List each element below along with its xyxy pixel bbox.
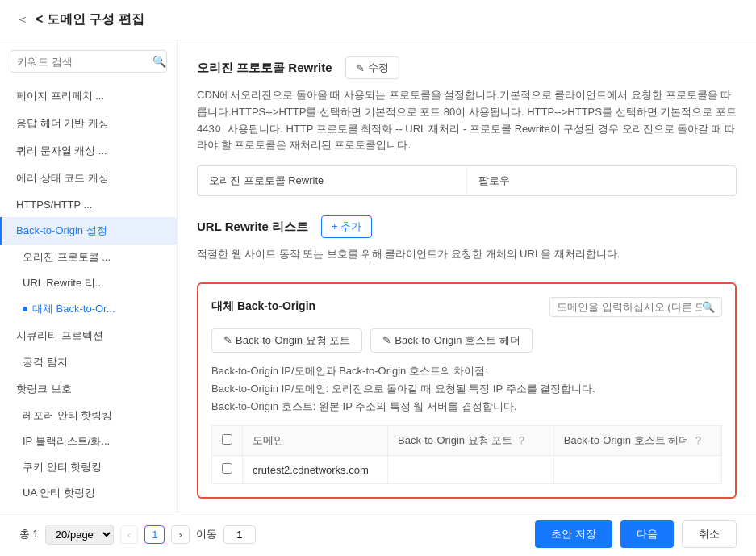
table-header-host-header: Back-to-Origin 호스트 헤더 ? <box>553 426 721 456</box>
sidebar-item-back-to-origin-group[interactable]: Back-to-Origin 설정 <box>0 217 177 245</box>
next-button[interactable]: 다음 <box>620 520 674 548</box>
sidebar-sub-item-ip-blacklist[interactable]: IP 블랙리스트/화... <box>0 428 177 454</box>
alt-domain-search-input[interactable] <box>557 301 702 313</box>
origin-protocol-table-row: 오리진 프로토콜 Rewrite 팔로우 <box>198 166 736 195</box>
request-port-input[interactable] <box>398 464 544 476</box>
sidebar-sub-item-referrer-hotlink[interactable]: 레포러 안티 핫링킹 <box>0 403 177 428</box>
prev-page-button[interactable]: ‹ <box>120 525 138 544</box>
back-to-origin-host-header-button[interactable]: ✎ Back-to-Origin 호스트 헤더 <box>370 328 532 353</box>
alt-description: Back-to-Origin IP/도메인과 Back-to-Origin 호스… <box>211 362 722 416</box>
url-rewrite-section: URL Rewrite 리스트 + 추가 적절한 웹 사이트 동작 또는 보호를… <box>197 215 737 263</box>
cancel-button[interactable]: 취소 <box>682 520 737 548</box>
alt-box-title: 대체 Back-to-Origin <box>211 299 315 314</box>
row-request-port[interactable] <box>388 456 554 484</box>
url-rewrite-header: URL Rewrite 리스트 + 추가 <box>197 215 737 238</box>
sidebar-sub-item-url-rewrite[interactable]: URL Rewrite 리... <box>0 270 177 296</box>
back-button[interactable]: ＜ <box>16 11 29 28</box>
origin-protocol-header: 오리진 프로토콜 Rewrite ✎ 수정 <box>197 56 737 79</box>
url-rewrite-description: 적절한 웹 사이트 동작 또는 보호를 위해 클라이언트가 요청한 개체의 UR… <box>197 246 737 263</box>
active-dot <box>23 307 27 311</box>
footer-actions: 초안 저장 다음 취소 <box>535 520 737 548</box>
table-header-checkbox <box>212 426 243 456</box>
save-draft-button[interactable]: 초안 저장 <box>535 520 612 548</box>
sidebar-sub-item-cookie-hotlink[interactable]: 쿠키 안티 핫링킹 <box>0 454 177 480</box>
origin-protocol-col2: 팔로우 <box>467 166 736 195</box>
sidebar: 🔍 페이지 프리페치 ... 응답 헤더 기반 캐싱 쿼리 문자열 캐싱 ...… <box>0 40 178 512</box>
host-header-help-icon: ? <box>695 434 701 446</box>
alt-search-box[interactable]: 🔍 <box>549 297 722 317</box>
sidebar-sub-item-custom-header[interactable]: 사용자 정의 헤더 <box>0 506 177 512</box>
sidebar-item-page-prefetch[interactable]: 페이지 프리페치 ... <box>0 82 177 110</box>
sidebar-item-security[interactable]: 시큐리티 프로텍션 <box>0 322 177 349</box>
request-port-help-icon: ? <box>519 434 524 446</box>
page-header: ＜ < 도메인 구성 편집 <box>0 0 756 40</box>
sidebar-item-error-code-cache[interactable]: 에러 상태 코드 캐싱 <box>0 165 177 192</box>
host-header-input[interactable] <box>564 464 712 476</box>
current-page-button[interactable]: 1 <box>144 525 165 544</box>
origin-protocol-title: 오리진 프로토콜 Rewrite <box>197 61 332 76</box>
table-header-row: 도메인 Back-to-Origin 요청 포트 ? Back-to-Origi… <box>212 426 722 456</box>
pagination-total: 총 1 <box>19 527 39 541</box>
sidebar-sub-item-attack-detect[interactable]: 공격 탐지 <box>0 349 177 375</box>
sidebar-sub-item-ua-hotlink[interactable]: UA 안티 핫링킹 <box>0 480 177 506</box>
alt-back-to-origin-box: 대체 Back-to-Origin 🔍 ✎ Back-to-Origin 요청 … <box>197 282 737 499</box>
back-to-origin-request-port-button[interactable]: ✎ Back-to-Origin 요청 포트 <box>211 328 362 353</box>
header-icon: ✎ <box>382 334 391 346</box>
sidebar-search-box[interactable]: 🔍 <box>10 50 167 73</box>
main-layout: 🔍 페이지 프리페치 ... 응답 헤더 기반 캐싱 쿼리 문자열 캐싱 ...… <box>0 40 756 512</box>
edit-icon: ✎ <box>356 62 365 74</box>
origin-protocol-col1: 오리진 프로토콜 Rewrite <box>198 166 467 195</box>
table-header-domain: 도메인 <box>243 426 388 456</box>
row-checkbox-cell <box>212 456 243 484</box>
page-jump-input[interactable] <box>223 525 256 544</box>
page-size-select[interactable]: 20/page <box>45 525 114 545</box>
table-row: crutest2.cdnetworks.com <box>212 456 722 484</box>
alt-data-table: 도메인 Back-to-Origin 요청 포트 ? Back-to-Origi… <box>211 425 722 484</box>
port-icon: ✎ <box>223 334 232 346</box>
origin-protocol-edit-button[interactable]: ✎ 수정 <box>345 56 399 79</box>
origin-protocol-description: CDN에서오리진으로 돌아올 때 사용되는 프로토콜을 설정합니다.기본적으로 … <box>197 87 737 154</box>
content-area: 오리진 프로토콜 Rewrite ✎ 수정 CDN에서오리진으로 돌아올 때 사… <box>178 40 756 512</box>
row-domain: crutest2.cdnetworks.com <box>243 456 388 484</box>
origin-protocol-table: 오리진 프로토콜 Rewrite 팔로우 <box>197 165 737 196</box>
alt-btn-row: ✎ Back-to-Origin 요청 포트 ✎ Back-to-Origin … <box>211 328 722 353</box>
goto-label: 이동 <box>196 527 217 541</box>
next-page-button[interactable]: › <box>171 525 189 544</box>
sidebar-search-input[interactable] <box>17 56 152 68</box>
sidebar-sub-item-origin-protocol[interactable]: 오리진 프로토콜 ... <box>0 245 177 270</box>
search-icon: 🔍 <box>152 55 166 68</box>
footer: 총 1 20/page ‹ 1 › 이동 초안 저장 다음 취소 <box>0 512 756 556</box>
url-rewrite-title: URL Rewrite 리스트 <box>197 219 308 235</box>
footer-pagination: 총 1 20/page ‹ 1 › 이동 <box>19 525 256 545</box>
alt-box-header: 대체 Back-to-Origin 🔍 <box>211 297 722 317</box>
sidebar-item-query-cache[interactable]: 쿼리 문자열 캐싱 ... <box>0 137 177 165</box>
table-header-request-port: Back-to-Origin 요청 포트 ? <box>388 426 554 456</box>
sidebar-item-hotlink[interactable]: 핫링크 보호 <box>0 375 177 403</box>
url-rewrite-add-button[interactable]: + 추가 <box>321 215 372 238</box>
page-title: < 도메인 구성 편집 <box>36 11 144 28</box>
sidebar-sub-item-alt-back-to-origin[interactable]: 대체 Back-to-Or... <box>0 296 177 322</box>
origin-protocol-section: 오리진 프로토콜 Rewrite ✎ 수정 CDN에서오리진으로 돌아올 때 사… <box>197 56 737 196</box>
row-checkbox[interactable] <box>222 463 232 474</box>
sidebar-item-response-header-cache[interactable]: 응답 헤더 기반 캐싱 <box>0 110 177 137</box>
sidebar-item-https[interactable]: HTTPS/HTTP ... <box>0 192 177 217</box>
select-all-checkbox[interactable] <box>222 434 232 445</box>
alt-search-icon: 🔍 <box>702 301 715 313</box>
row-host-header[interactable] <box>553 456 721 484</box>
